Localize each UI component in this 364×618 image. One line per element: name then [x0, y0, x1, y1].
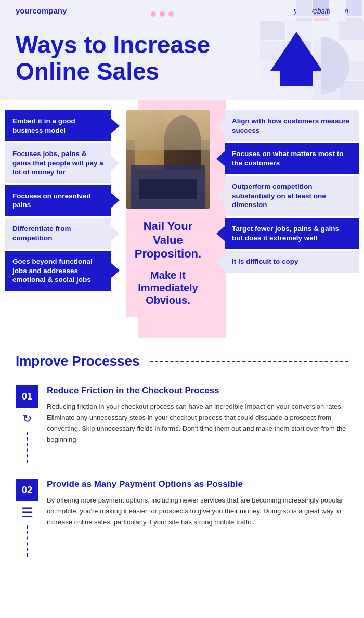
- three-col-layout: Embed it in a good business model Focuse…: [0, 100, 364, 327]
- left-item-1-text: Embed it in a good business model: [5, 110, 111, 141]
- improve-title: Improve Processes: [16, 353, 139, 369]
- deco-sq: [330, 0, 345, 16]
- dot-2: [160, 11, 165, 17]
- left-arrow-5: [111, 251, 120, 291]
- hero-section: Ways to Increase Online Sales: [0, 21, 364, 100]
- left-item-2-text: Focuses jobs, pains & gains that people …: [5, 143, 111, 183]
- left-item-5-text: Goes beyond functional jobs and addresse…: [5, 251, 111, 291]
- process-vert-line-1: [27, 432, 28, 463]
- process-left-1: 01 ↻: [16, 385, 38, 463]
- process-icon-2: ☰: [16, 506, 38, 519]
- deco-sq: [313, 0, 329, 16]
- improve-header: Improve Processes: [16, 353, 348, 369]
- header: yourcompany yourwebsite.com: [0, 0, 364, 21]
- center-main-text: Nail Your Value Proposition.: [132, 220, 204, 261]
- left-arrow-4: [111, 218, 120, 249]
- arrow-icon-2: [111, 156, 120, 171]
- right-item-2: Focuses on what matters most to the cust…: [216, 143, 359, 174]
- left-arrow-3: [111, 185, 120, 216]
- right-arrow-5: [216, 251, 225, 273]
- arrow-left-icon-2: [216, 151, 225, 166]
- left-item-5: Goes beyond functional jobs and addresse…: [5, 251, 120, 291]
- process-number-2: 02: [16, 479, 38, 501]
- left-arrow-1: [111, 110, 120, 141]
- process-desc-2: By offering more payment options, includ…: [47, 495, 348, 527]
- arrow-icon-1: [111, 119, 120, 133]
- process-title-2: Provide as Many Payment Options as Possi…: [47, 479, 348, 490]
- dot-3: [168, 11, 174, 17]
- arrow-icon-3: [111, 193, 120, 208]
- left-item-3: Focuses on unresolved pains: [5, 185, 120, 216]
- center-sub-text: Make It Immediately Obvious.: [132, 269, 204, 306]
- right-item-5-text: It is difficult to copy: [225, 251, 359, 273]
- improve-dashed-line: [150, 361, 348, 362]
- deco-sq: [346, 0, 362, 16]
- process-title-1: Reduce Friction in the Checkout Process: [47, 385, 348, 396]
- arrow-left-icon-1: [216, 119, 225, 133]
- deco-sq: [296, 0, 312, 16]
- arrow-up-icon: [270, 32, 322, 86]
- arrow-left-icon-4: [216, 226, 225, 241]
- dot-1: [151, 11, 156, 17]
- process-content-1: Reduce Friction in the Checkout Process …: [47, 385, 348, 445]
- left-item-1: Embed it in a good business model: [5, 110, 120, 141]
- right-arrow-3: [216, 176, 225, 216]
- right-item-1-text: Align with how customers measure success: [225, 110, 359, 141]
- process-left-2: 02 ☰: [16, 479, 38, 557]
- right-arrow-1: [216, 110, 225, 141]
- improve-section: Improve Processes 01 ↻ Reduce Friction i…: [0, 338, 364, 583]
- right-item-4: Target fewer jobs, pains & gains but doe…: [216, 218, 359, 249]
- right-arrow-2: [216, 143, 225, 174]
- page-title: Ways to Increase Online Sales: [16, 32, 265, 95]
- arrow-left-icon-3: [216, 189, 225, 203]
- arrow-icon-4: [111, 226, 120, 241]
- center-column: Nail Your Value Proposition. Make It Imm…: [124, 110, 212, 317]
- right-item-3-text: Outperform competition substantially on …: [225, 176, 359, 216]
- right-item-5: It is difficult to copy: [216, 251, 359, 273]
- process-desc-1: Reducing friction in your checkout proce…: [47, 402, 348, 445]
- process-number-1: 01: [16, 385, 38, 408]
- right-column: Align with how customers measure success…: [216, 110, 359, 317]
- left-column: Embed it in a good business model Focuse…: [5, 110, 120, 317]
- arrow-left-icon-5: [216, 254, 225, 269]
- process-item-1: 01 ↻ Reduce Friction in the Checkout Pro…: [16, 385, 348, 463]
- right-item-3: Outperform competition substantially on …: [216, 176, 359, 216]
- left-item-4-text: Differentiate from competition: [5, 218, 111, 249]
- company-logo: yourcompany: [16, 6, 67, 15]
- process-vert-line-2: [27, 525, 28, 557]
- right-arrow-4: [216, 218, 225, 249]
- center-text-box: Nail Your Value Proposition. Make It Imm…: [126, 209, 210, 317]
- arrow-icon-5: [111, 263, 120, 278]
- process-item-2: 02 ☰ Provide as Many Payment Options as …: [16, 479, 348, 557]
- left-item-4: Differentiate from competition: [5, 218, 120, 249]
- main-section: Embed it in a good business model Focuse…: [0, 100, 364, 338]
- right-item-1: Align with how customers measure success: [216, 110, 359, 141]
- process-content-2: Provide as Many Payment Options as Possi…: [47, 479, 348, 527]
- process-icon-1: ↻: [16, 412, 38, 426]
- right-item-4-text: Target fewer jobs, pains & gains but doe…: [225, 218, 359, 249]
- left-arrow-2: [111, 143, 120, 183]
- left-item-2: Focuses jobs, pains & gains that people …: [5, 143, 120, 183]
- header-dots: [151, 11, 174, 17]
- right-item-2-text: Focuses on what matters most to the cust…: [225, 143, 359, 174]
- left-item-3-text: Focuses on unresolved pains: [5, 185, 111, 216]
- center-photo: [126, 110, 210, 209]
